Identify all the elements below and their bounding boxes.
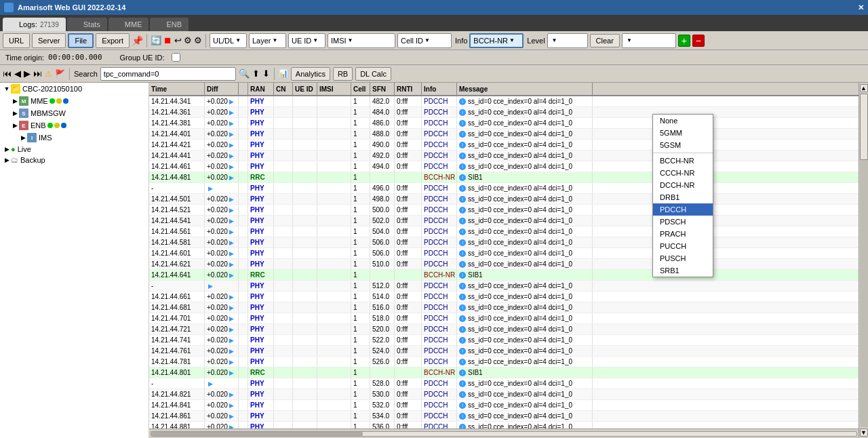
table-row[interactable]: 14.21.44.561 +0.020▶ PHY 1 504.0 0:fff P… [149, 226, 859, 237]
table-row[interactable]: 14.21.44.401 +0.020▶ PHY 1 488.0 0:fff P… [149, 129, 859, 140]
table-body[interactable]: 14.21.44.341 +0.020▶ PHY 1 482.0 0:fff P… [149, 96, 859, 429]
nav-next-icon[interactable]: ▶ [24, 68, 31, 79]
table-row[interactable]: 14.21.44.481 +0.020▶ RRC 1 BCCH-NR iSIB1 [149, 172, 859, 183]
rb-button[interactable]: RB [333, 67, 353, 81]
table-row[interactable]: 14.21.44.841 +0.020▶ PHY 1 532.0 0:fff P… [149, 400, 859, 411]
table-row[interactable]: 14.21.44.381 +0.020▶ PHY 1 486.0 0:fff P… [149, 118, 859, 129]
table-row[interactable]: - ▶ PHY 1 496.0 0:fff PDCCH iss_id=0 cce… [149, 183, 859, 194]
level-select[interactable]: ▼ [547, 33, 588, 48]
cbc-toggle[interactable]: ▼ [3, 85, 11, 92]
group-ueid-checkbox[interactable] [172, 53, 180, 62]
file-button[interactable]: File [68, 33, 94, 48]
table-row[interactable]: 14.21.44.761 +0.020▶ PHY 1 524.0 0:fff P… [149, 346, 859, 357]
table-row[interactable]: 14.21.44.581 +0.020▶ PHY 1 506.0 0:fff P… [149, 237, 859, 248]
dropdown-item-ccch-nr[interactable]: CCCH-NR [653, 167, 713, 179]
hscroll-track[interactable] [151, 431, 857, 437]
nav-last-icon[interactable]: ⏭ [33, 68, 42, 79]
table-row[interactable]: 14.21.44.601 +0.020▶ PHY 1 506.0 0:fff P… [149, 248, 859, 259]
table-row[interactable]: 14.21.44.681 +0.020▶ PHY 1 516.0 0:fff P… [149, 302, 859, 313]
dropdown-item-bcch-nr-1[interactable]: BCCH-NR [653, 155, 713, 167]
mme-toggle[interactable]: ▶ [11, 98, 19, 104]
search-icon[interactable]: 🔍 [239, 68, 250, 79]
dropdown-item-pdcch[interactable]: PDCCH [653, 203, 713, 216]
table-row[interactable]: 14.21.44.541 +0.020▶ PHY 1 502.0 0:fff P… [149, 216, 859, 226]
tab-logs[interactable]: Logs: 27139 [3, 18, 66, 31]
tab-stats[interactable]: Stats [67, 18, 107, 31]
dropdown-item-pdsch[interactable]: PDSCH [653, 216, 713, 228]
remove-filter-button[interactable]: − [692, 35, 705, 47]
horizontal-scrollbar[interactable] [149, 429, 859, 438]
ul-dl-select[interactable]: UL/DL ▼ [210, 33, 247, 48]
dropdown-item-pusch[interactable]: PUSCH [653, 252, 713, 264]
sidebar-item-live[interactable]: ▶ ● Live [0, 144, 149, 155]
dropdown-item-dcch-nr[interactable]: DCCH-NR [653, 179, 713, 191]
mbmsgw-toggle[interactable]: ▶ [11, 110, 19, 117]
table-row[interactable]: 14.21.44.861 +0.020▶ PHY 1 534.0 0:fff P… [149, 411, 859, 422]
hscroll-thumb[interactable] [151, 432, 363, 436]
vscroll-track[interactable] [860, 94, 868, 427]
dropdown-item-srb1[interactable]: SRB1 [653, 264, 713, 277]
back-icon[interactable]: ↩ [174, 35, 182, 45]
table-row[interactable]: 14.21.44.641 +0.020▶ RRC 1 BCCH-NR iSIB1 [149, 270, 859, 281]
tab-mme[interactable]: MME [108, 18, 149, 31]
ueid-select[interactable]: UE ID ▼ [288, 33, 326, 48]
sidebar-item-mbmsgw[interactable]: ▶ S MBMSGW [0, 107, 149, 119]
table-row[interactable]: 14.21.44.521 +0.020▶ PHY 1 500.0 0:fff P… [149, 205, 859, 216]
backup-toggle[interactable]: ▶ [3, 157, 11, 163]
dropdown-item-prach[interactable]: PRACH [653, 228, 713, 240]
sidebar-item-mme[interactable]: ▶ M MME [0, 95, 149, 107]
sidebar-item-cbc[interactable]: ▼ 📁 CBC-2021050100 [0, 83, 149, 95]
add-filter-button[interactable]: + [678, 35, 690, 47]
table-row[interactable]: 14.21.44.721 +0.020▶ PHY 1 520.0 0:fff P… [149, 324, 859, 335]
server-button[interactable]: Server [32, 33, 66, 48]
forward-icon[interactable]: ⚙ [184, 35, 192, 45]
nav-up-icon[interactable]: ⬆ [252, 68, 260, 79]
dropdown-item-5gsm[interactable]: 5GSM [653, 139, 713, 151]
table-row[interactable]: 14.21.44.741 +0.020▶ PHY 1 522.0 0:fff P… [149, 335, 859, 346]
table-row[interactable]: 14.21.44.461 +0.020▶ PHY 1 494.0 0:fff P… [149, 161, 859, 172]
table-row[interactable]: 14.21.44.361 +0.020▶ PHY 1 484.0 0:fff P… [149, 107, 859, 118]
live-toggle[interactable]: ▶ [3, 146, 11, 153]
cellid-select[interactable]: Cell ID ▼ [397, 33, 452, 48]
clear-button[interactable]: Clear [590, 34, 620, 47]
level-input[interactable]: ▼ [622, 33, 676, 48]
table-row[interactable]: 14.21.44.341 +0.020▶ PHY 1 482.0 0:fff P… [149, 96, 859, 107]
url-button[interactable]: URL [3, 33, 30, 48]
dropdown-item-drb1[interactable]: DRB1 [653, 191, 713, 203]
analytics-button[interactable]: Analytics [291, 67, 330, 81]
nav-first-icon[interactable]: ⏮ [3, 68, 12, 79]
pin-icon[interactable]: 📌 [132, 35, 143, 46]
dropdown-item-none[interactable]: None [653, 115, 713, 127]
table-row[interactable]: 14.21.44.441 +0.020▶ PHY 1 492.0 0:fff P… [149, 151, 859, 161]
search-input[interactable] [104, 70, 233, 78]
stop-icon[interactable]: ⏹ [163, 35, 172, 45]
layer-select[interactable]: Layer ▼ [249, 33, 286, 48]
search-box[interactable] [100, 67, 236, 81]
table-row[interactable]: - ▶ PHY 1 528.0 0:fff PDCCH iss_id=0 cce… [149, 378, 859, 389]
table-row[interactable]: 14.21.44.881 +0.020▶ PHY 1 536.0 0:fff P… [149, 422, 859, 429]
table-row[interactable]: 14.21.44.661 +0.020▶ PHY 1 514.0 0:fff P… [149, 292, 859, 302]
tab-enb[interactable]: ENB [150, 18, 189, 31]
settings-icon[interactable]: ⚙ [194, 35, 202, 45]
dropdown-item-pucch[interactable]: PUCCH [653, 240, 713, 252]
sidebar-item-backup[interactable]: ▶ 🗂 Backup [0, 155, 149, 165]
table-row[interactable]: 14.21.44.621 +0.020▶ PHY 1 510.0 0:fff P… [149, 259, 859, 270]
dl-calc-button[interactable]: DL Calc [355, 67, 391, 81]
close-icon[interactable]: ✕ [858, 3, 864, 12]
table-row[interactable]: 14.21.44.421 +0.020▶ PHY 1 490.0 0:fff P… [149, 140, 859, 151]
ims-toggle[interactable]: ▶ [19, 134, 27, 141]
imsi-select[interactable]: IMSI ▼ [328, 33, 395, 48]
enb-toggle[interactable]: ▶ [11, 122, 19, 129]
dropdown-item-5gmm[interactable]: 5GMM [653, 127, 713, 139]
table-row[interactable]: 14.21.44.781 +0.020▶ PHY 1 526.0 0:fff P… [149, 357, 859, 367]
table-row[interactable]: 14.21.44.701 +0.020▶ PHY 1 518.0 0:fff P… [149, 313, 859, 324]
vscroll-up[interactable]: ▲ [860, 84, 868, 92]
bcch-nr-select[interactable]: BCCH-NR ▼ [469, 33, 524, 48]
nav-prev-icon[interactable]: ◀ [14, 68, 21, 79]
reload-icon[interactable]: 🔄 [151, 35, 161, 45]
vscroll-down[interactable]: ▼ [860, 429, 868, 437]
info-dropdown[interactable]: None5GMM5GSMBCCH-NRCCCH-NRDCCH-NRDRB1PDC… [652, 114, 713, 277]
table-row[interactable]: 14.21.44.821 +0.020▶ PHY 1 530.0 0:fff P… [149, 389, 859, 400]
sidebar-item-ims[interactable]: ▶ I IMS [0, 132, 149, 144]
table-row[interactable]: - ▶ PHY 1 512.0 0:fff PDCCH iss_id=0 cce… [149, 281, 859, 292]
